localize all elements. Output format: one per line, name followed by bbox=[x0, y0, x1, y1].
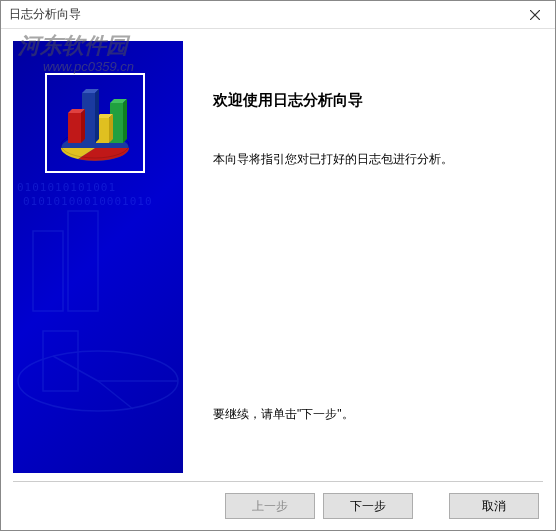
wizard-graphic-frame bbox=[45, 73, 145, 173]
svg-marker-21 bbox=[109, 114, 113, 143]
button-bar: 上一步 下一步 取消 bbox=[1, 482, 555, 530]
back-button: 上一步 bbox=[225, 493, 315, 519]
window-title: 日志分析向导 bbox=[9, 6, 81, 23]
close-button[interactable] bbox=[515, 1, 555, 29]
content-area: 0101010101001 01010100010001010 bbox=[1, 29, 555, 481]
svg-marker-19 bbox=[81, 109, 85, 143]
wizard-main: 河东软件园 www.pc0359.cn 欢迎使用日志分析向导 本向导将指引您对已… bbox=[183, 41, 543, 473]
cancel-button[interactable]: 取消 bbox=[449, 493, 539, 519]
svg-rect-3 bbox=[68, 211, 98, 311]
wizard-continue-hint: 要继续，请单击"下一步"。 bbox=[213, 406, 523, 423]
wizard-body-text: 本向导将指引您对已打好的日志包进行分析。 bbox=[213, 150, 523, 169]
wizard-window: 日志分析向导 0101010101001 01010100010001010 bbox=[0, 0, 556, 531]
svg-rect-11 bbox=[68, 113, 81, 143]
svg-marker-22 bbox=[123, 99, 127, 143]
titlebar: 日志分析向导 bbox=[1, 1, 555, 29]
next-button[interactable]: 下一步 bbox=[323, 493, 413, 519]
close-icon bbox=[530, 10, 540, 20]
svg-line-8 bbox=[98, 381, 133, 409]
svg-line-7 bbox=[53, 356, 98, 381]
chart-icon bbox=[50, 78, 140, 168]
wizard-sidebar: 0101010101001 01010100010001010 bbox=[13, 41, 183, 473]
svg-marker-20 bbox=[95, 89, 99, 143]
svg-rect-2 bbox=[33, 231, 63, 311]
wizard-heading: 欢迎使用日志分析向导 bbox=[213, 91, 523, 110]
